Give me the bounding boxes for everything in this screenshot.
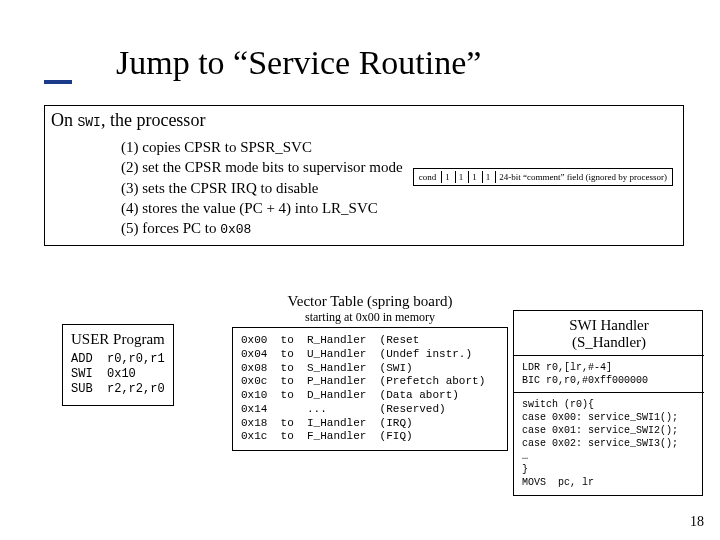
accent-bar xyxy=(44,80,72,84)
steps-list: (1) copies CPSR to SPSR_SVC (2) set the … xyxy=(121,137,677,239)
user-program-label: USER Program xyxy=(71,331,165,348)
vector-head2: starting at 0x00 in memory xyxy=(232,310,508,325)
step-5-text: (5) forces PC to xyxy=(121,220,220,236)
intro-post: , the processor xyxy=(101,110,205,130)
step-1: (1) copies CPSR to SPSR_SVC xyxy=(121,137,677,157)
enc-b2: 1 xyxy=(455,171,467,183)
intro-swi: SWI xyxy=(78,115,101,130)
handler-body-code: switch (r0){ case 0x00: service_SWI1(); … xyxy=(522,398,696,489)
vector-table-code: 0x00 to R_Handler (Reset 0x04 to U_Handl… xyxy=(241,334,499,444)
vector-head1: Vector Table (spring board) xyxy=(232,293,508,310)
user-program-code: ADD r0,r0,r1 SWI 0x10 SUB r2,r2,r0 xyxy=(71,352,165,397)
vector-table-group: Vector Table (spring board) starting at … xyxy=(232,293,508,451)
enc-b1: 1 xyxy=(441,171,453,183)
page-title: Jump to “Service Routine” xyxy=(116,44,481,82)
handler-title-1: SWI Handler xyxy=(569,317,649,333)
intro-line: On SWI, the processor xyxy=(51,110,677,131)
intro-pre: On xyxy=(51,110,78,130)
enc-b4: 1 xyxy=(482,171,494,183)
step-5-code: 0x08 xyxy=(220,222,251,237)
handler-setup-code: LDR r0,[lr,#-4] BIC r0,r0,#0xff000000 xyxy=(522,361,696,387)
handler-title: SWI Handler (S_Handler) xyxy=(522,317,696,350)
divider-2 xyxy=(514,392,704,393)
page-number: 18 xyxy=(690,514,704,530)
divider-1 xyxy=(514,355,704,356)
enc-cond: cond xyxy=(416,171,440,183)
step-4: (4) stores the value (PC + 4) into LR_SV… xyxy=(121,198,677,218)
swi-encoding-diagram: cond 1 1 1 1 24-bit “comment” field (ign… xyxy=(413,168,673,186)
vector-table-box: 0x00 to R_Handler (Reset 0x04 to U_Handl… xyxy=(232,327,508,451)
handler-title-2: (S_Handler) xyxy=(572,334,646,350)
enc-comment: 24-bit “comment” field (ignored by proce… xyxy=(495,171,670,183)
step-5: (5) forces PC to 0x08 xyxy=(121,218,677,239)
processor-actions-box: On SWI, the processor (1) copies CPSR to… xyxy=(44,105,684,246)
enc-b3: 1 xyxy=(468,171,480,183)
user-program-box: USER Program ADD r0,r0,r1 SWI 0x10 SUB r… xyxy=(62,324,174,406)
swi-handler-box: SWI Handler (S_Handler) LDR r0,[lr,#-4] … xyxy=(513,310,703,496)
